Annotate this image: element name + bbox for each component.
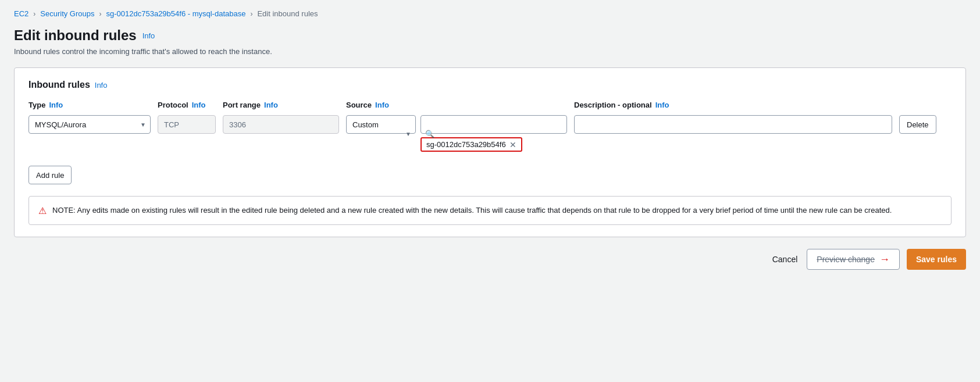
card-header: Inbound rules Info bbox=[28, 80, 952, 90]
breadcrumb-sep-3: › bbox=[250, 10, 252, 18]
add-rule-button[interactable]: Add rule bbox=[28, 166, 72, 184]
page-info-link[interactable]: Info bbox=[142, 31, 155, 40]
source-type-select[interactable]: Custom bbox=[346, 115, 416, 134]
breadcrumb-sep-1: › bbox=[33, 10, 35, 18]
source-search-input[interactable] bbox=[420, 115, 567, 134]
source-tag: sg-0012dc753a29b54f6 ✕ bbox=[420, 137, 522, 152]
breadcrumb-sep-2: › bbox=[99, 10, 102, 18]
port-info-link[interactable]: Info bbox=[264, 101, 278, 109]
column-headers: Type Info Protocol Info Port range Info … bbox=[28, 101, 952, 109]
port-cell: 3306 bbox=[223, 115, 339, 134]
type-select[interactable]: MYSQL/Aurora bbox=[28, 115, 151, 134]
col-header-desc: Description - optional Info bbox=[574, 101, 892, 109]
delete-cell: Delete bbox=[899, 115, 952, 134]
breadcrumb-current: Edit inbound rules bbox=[257, 9, 318, 18]
protocol-readonly: TCP bbox=[158, 115, 216, 134]
save-rules-button[interactable]: Save rules bbox=[907, 249, 966, 270]
protocol-info-link[interactable]: Info bbox=[192, 101, 206, 109]
desc-info-link[interactable]: Info bbox=[655, 101, 669, 109]
preview-change-button[interactable]: Preview change → bbox=[807, 249, 900, 270]
source-tag-remove[interactable]: ✕ bbox=[509, 141, 516, 149]
breadcrumb-security-groups[interactable]: Security Groups bbox=[40, 9, 94, 18]
rule-row: MYSQL/Aurora ▼ TCP 3306 Custom bbox=[28, 115, 952, 152]
source-select-wrapper: Custom ▼ bbox=[346, 115, 416, 152]
type-cell: MYSQL/Aurora ▼ bbox=[28, 115, 151, 134]
warning-box: ⚠ NOTE: Any edits made on existing rules… bbox=[28, 196, 952, 225]
delete-button[interactable]: Delete bbox=[899, 115, 936, 134]
page-header: Edit inbound rules Info bbox=[14, 27, 966, 44]
description-input[interactable] bbox=[574, 115, 892, 134]
protocol-cell: TCP bbox=[158, 115, 216, 134]
card-title: Inbound rules bbox=[28, 80, 90, 90]
source-search-wrapper: 🔍 sg-0012dc753a29b54f6 ✕ bbox=[420, 115, 567, 152]
preview-arrow-icon: → bbox=[879, 254, 890, 266]
type-info-link[interactable]: Info bbox=[49, 101, 63, 109]
preview-label-text: Preview change bbox=[817, 255, 875, 264]
col-header-port: Port range Info bbox=[223, 101, 339, 109]
col-header-source: Source Info bbox=[346, 101, 567, 109]
port-readonly: 3306 bbox=[223, 115, 339, 134]
breadcrumb-sg-link[interactable]: sg-0012dc753a29b54f6 - mysql-database bbox=[106, 9, 246, 18]
footer-actions: Cancel Preview change → Save rules bbox=[14, 249, 966, 270]
type-select-wrapper: MYSQL/Aurora ▼ bbox=[28, 115, 151, 134]
source-cell: Custom ▼ 🔍 sg-0012dc753a29b54f6 ✕ bbox=[346, 115, 567, 152]
page-title: Edit inbound rules bbox=[14, 27, 137, 44]
description-cell bbox=[574, 115, 892, 134]
col-header-type: Type Info bbox=[28, 101, 151, 109]
warning-text: NOTE: Any edits made on existing rules w… bbox=[52, 205, 892, 216]
warning-icon: ⚠ bbox=[38, 205, 47, 216]
source-tag-value: sg-0012dc753a29b54f6 bbox=[426, 140, 506, 149]
source-info-link[interactable]: Info bbox=[375, 101, 389, 109]
col-header-protocol: Protocol Info bbox=[158, 101, 216, 109]
source-col-inner: Custom ▼ 🔍 sg-0012dc753a29b54f6 ✕ bbox=[346, 115, 567, 152]
cancel-button[interactable]: Cancel bbox=[770, 255, 800, 264]
breadcrumb-ec2[interactable]: EC2 bbox=[14, 9, 28, 18]
card-info-link[interactable]: Info bbox=[95, 81, 108, 90]
page-description: Inbound rules control the incoming traff… bbox=[14, 47, 966, 56]
source-tags: sg-0012dc753a29b54f6 ✕ bbox=[420, 137, 567, 152]
inbound-rules-card: Inbound rules Info Type Info Protocol In… bbox=[14, 67, 966, 237]
breadcrumb: EC2 › Security Groups › sg-0012dc753a29b… bbox=[14, 9, 966, 18]
